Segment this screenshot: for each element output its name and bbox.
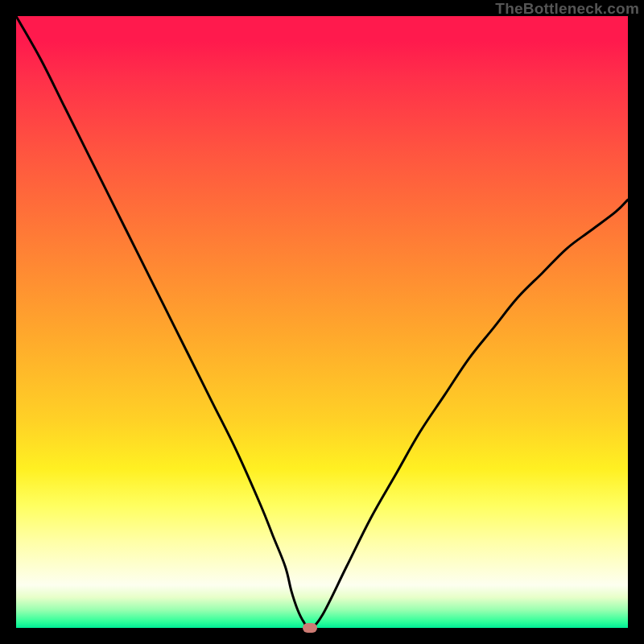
chart-stage: TheBottleneck.com [0,0,644,644]
curve-canvas [16,16,628,628]
plot-frame [16,16,628,628]
watermark-text: TheBottleneck.com [495,0,639,18]
minimum-marker [303,623,317,633]
